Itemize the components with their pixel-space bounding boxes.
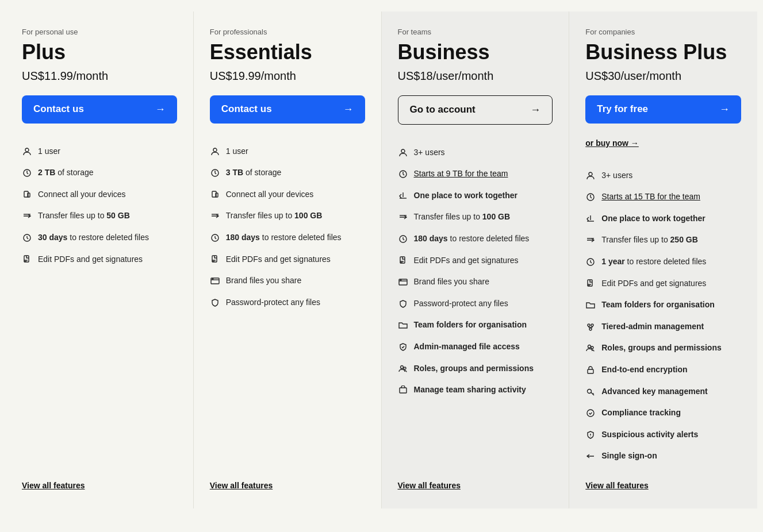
feature-text: Roles, groups and permissions [414, 363, 534, 375]
roles-icon [398, 364, 408, 374]
compliance-icon [585, 408, 596, 418]
feature-text: Starts at 9 TB for the team [414, 168, 508, 180]
feature-item: Team folders for organisation [585, 294, 741, 316]
brand-icon [210, 276, 220, 286]
plan-name: Business [398, 41, 553, 64]
feature-text: One place to work together [601, 213, 705, 225]
transfer-icon [585, 235, 596, 245]
plan-name: Essentials [210, 41, 365, 64]
feature-item: 3+ users [585, 165, 741, 187]
feature-item: Starts at 9 TB for the team [398, 163, 553, 185]
arrow-icon: → [343, 103, 354, 115]
view-all-link[interactable]: View all features [398, 467, 553, 490]
feature-text: Connect all your devices [38, 189, 126, 201]
shield-icon [398, 299, 408, 309]
feature-item: Connect all your devices [210, 184, 365, 206]
feature-text: 1 user [38, 146, 60, 157]
feature-item: Roles, groups and permissions [398, 358, 553, 380]
features-list: 1 user 3 TB of storage Connect all your … [210, 141, 365, 467]
svg-point-31 [591, 346, 593, 349]
feature-item: Suspicious activity alerts [585, 424, 741, 446]
tieredadmin-icon [585, 322, 596, 332]
svg-rect-22 [400, 388, 407, 393]
clock-icon [22, 233, 32, 243]
plan-subtitle: For companies [585, 28, 741, 36]
feature-text: Password-protect any files [226, 297, 320, 309]
plan-subtitle: For professionals [210, 28, 365, 36]
feature-item: End-to-end encryption [585, 359, 741, 381]
lock-icon [585, 365, 596, 375]
svg-point-29 [589, 328, 592, 330]
storage-icon [210, 168, 220, 178]
feature-text: Tiered-admin management [601, 321, 704, 333]
feature-item: 180 days to restore deleted files [210, 227, 365, 249]
feature-text: 3+ users [601, 170, 632, 182]
plan-cta-button[interactable]: Contact us → [210, 95, 365, 124]
feature-item: 3+ users [398, 142, 553, 164]
feature-text: Team folders for organisation [601, 299, 715, 311]
roles-icon [585, 343, 596, 353]
feature-item: Compliance tracking [585, 402, 741, 424]
plan-cta-button[interactable]: Go to account → [398, 95, 553, 125]
clock-icon [585, 257, 596, 267]
key-icon [585, 387, 596, 397]
feature-text: Edit PDFs and get signatures [226, 254, 331, 265]
feature-text: 3 TB of storage [226, 167, 282, 179]
svg-point-33 [588, 389, 592, 393]
folder-icon [585, 300, 596, 310]
adminshield-icon [398, 342, 408, 352]
view-all-link[interactable]: View all features [585, 467, 741, 490]
or-buy-now-link[interactable]: or buy now → [585, 138, 741, 148]
svg-rect-9 [216, 193, 218, 197]
user-icon [210, 147, 220, 157]
feature-item: Team folders for organisation [398, 314, 553, 336]
feature-text: Single sign-on [601, 450, 657, 462]
feature-item: 180 days to restore deleted files [398, 228, 553, 250]
feature-item: Roles, groups and permissions [585, 337, 741, 359]
plan-subtitle: For teams [398, 28, 553, 36]
svg-rect-32 [588, 369, 593, 373]
svg-point-28 [591, 324, 593, 326]
feature-text: Manage team sharing activity [414, 384, 526, 396]
feature-text: Roles, groups and permissions [601, 342, 722, 354]
svg-point-34 [587, 410, 594, 417]
feature-item: Transfer files up to 250 GB [585, 229, 741, 251]
plan-subtitle: For personal use [22, 28, 177, 36]
svg-point-21 [404, 367, 406, 369]
feature-item: Brand files you share [398, 271, 553, 293]
feature-text: Password-protect any files [414, 298, 508, 310]
features-list: 3+ users Starts at 9 TB for the team One… [398, 142, 553, 467]
feature-item: 2 TB of storage [22, 162, 177, 184]
feature-item: Password-protect any files [398, 293, 553, 315]
feature-item: 3 TB of storage [210, 162, 365, 184]
svg-point-30 [588, 345, 591, 348]
feature-item: Advanced key management [585, 381, 741, 403]
pdf-icon [210, 255, 220, 265]
feature-item: Starts at 15 TB for the team [585, 186, 741, 208]
pdf-icon [398, 256, 408, 266]
feature-text: 30 days to restore deleted files [38, 232, 149, 244]
transfer-icon [398, 212, 408, 222]
transfer-icon [22, 211, 32, 221]
plan-cta-button[interactable]: Try for free → [585, 95, 741, 124]
plan-price: US$11.99/month [22, 70, 177, 83]
feature-text: Compliance tracking [601, 407, 681, 419]
arrow-icon: → [530, 104, 540, 116]
view-all-link[interactable]: View all features [210, 467, 365, 490]
feature-text: Suspicious activity alerts [601, 429, 698, 441]
feature-text: 1 user [226, 146, 248, 157]
feature-text: Transfer files up to 100 GB [226, 210, 323, 222]
plan-cta-label: Try for free [597, 103, 648, 115]
feature-text: 1 year to restore deleted files [601, 256, 706, 268]
plan-cta-label: Contact us [33, 103, 84, 115]
feature-text: Transfer files up to 250 GB [601, 234, 698, 246]
feature-item: Transfer files up to 50 GB [22, 205, 177, 227]
view-all-link[interactable]: View all features [22, 467, 177, 490]
feature-text: Starts at 15 TB for the team [601, 191, 700, 203]
feature-item: Single sign-on [585, 445, 741, 467]
feature-item: One place to work together [398, 185, 553, 207]
plan-cta-button[interactable]: Contact us → [22, 95, 177, 124]
brand-icon [398, 277, 408, 287]
feature-text: Team folders for organisation [414, 319, 527, 331]
feature-text: 180 days to restore deleted files [226, 232, 342, 244]
